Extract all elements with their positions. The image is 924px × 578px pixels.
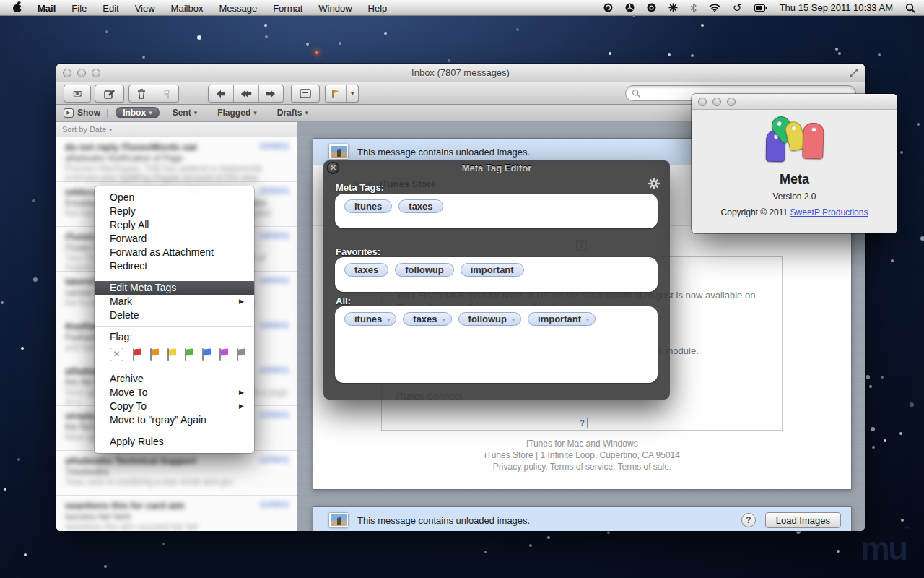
- wifi-icon[interactable]: [709, 0, 720, 16]
- delete-button[interactable]: [129, 85, 154, 102]
- flag-swatch-1[interactable]: [149, 348, 160, 361]
- status-icon-snowflake[interactable]: [668, 0, 678, 16]
- status-icon-swirl[interactable]: [603, 0, 613, 16]
- get-mail-button[interactable]: ✉: [64, 85, 91, 103]
- menubar-item-mail[interactable]: Mail: [30, 0, 64, 16]
- banner-text: This message contains unloaded images.: [357, 515, 530, 526]
- bluetooth-icon[interactable]: [690, 0, 697, 16]
- context-item-redirect[interactable]: Redirect: [95, 259, 254, 273]
- minimize-window-button[interactable]: [712, 98, 721, 106]
- tag-pill-itunes[interactable]: itunes▾: [344, 312, 396, 326]
- sort-control[interactable]: Sort by Date ▾: [56, 122, 297, 137]
- flag-swatch-6[interactable]: [236, 348, 246, 361]
- list-item[interactable]: do not reply iTunesWords oat15/09/11alfa…: [56, 137, 297, 182]
- flag-swatch-0[interactable]: [132, 348, 142, 361]
- flag-button[interactable]: [326, 85, 346, 102]
- close-window-button[interactable]: [63, 69, 71, 77]
- battery-icon[interactable]: [754, 0, 767, 16]
- fullscreen-icon[interactable]: [849, 68, 859, 81]
- context-item-move-to-rgray-again[interactable]: Move to “rgray” Again: [95, 413, 254, 427]
- flag-swatch-4[interactable]: [201, 348, 212, 361]
- context-item-move-to[interactable]: Move To▶: [95, 386, 254, 400]
- meta-tag-editor-panel: ✕ Meta Tag Editor Meta Tags:itunestaxesF…: [323, 160, 670, 400]
- context-item-label: Reply: [110, 204, 244, 218]
- time-machine-icon[interactable]: ↺: [733, 0, 742, 16]
- envelope-icon: ✉: [73, 88, 82, 99]
- sweetp-link[interactable]: SweetP Productions: [790, 207, 868, 217]
- about-titlebar[interactable]: [692, 94, 897, 110]
- context-item-apply-rules[interactable]: Apply Rules: [95, 435, 254, 449]
- context-item-reply-all[interactable]: Reply All: [95, 218, 254, 232]
- archive-button[interactable]: [291, 85, 320, 103]
- gear-icon[interactable]: [648, 178, 660, 192]
- menu-bar-clock[interactable]: Thu 15 Sep 2011 10:33 AM: [780, 2, 893, 13]
- panel-title: Meta Tag Editor: [323, 163, 670, 173]
- tag-pill-followup[interactable]: followup: [395, 263, 453, 277]
- menubar-item-format[interactable]: Format: [265, 0, 310, 16]
- context-item-open[interactable]: Open: [95, 191, 254, 204]
- menubar-item-view[interactable]: View: [127, 0, 163, 16]
- junk-button[interactable]: ☟: [154, 85, 178, 102]
- flag-dropdown-button[interactable]: ▼: [346, 85, 358, 102]
- show-label[interactable]: Show: [77, 108, 100, 118]
- menubar-item-message[interactable]: Message: [211, 0, 265, 16]
- context-item-edit-meta-tags[interactable]: Edit Meta Tags: [95, 281, 254, 295]
- minimize-window-button[interactable]: [77, 69, 86, 77]
- filter-tab-sent[interactable]: Sent▾: [165, 107, 205, 118]
- list-item[interactable]: seantions this for card aim11/09/11succe…: [56, 496, 297, 531]
- tag-pill-important[interactable]: important▾: [528, 312, 596, 326]
- context-item-reply[interactable]: Reply: [95, 204, 254, 218]
- apple-menu[interactable]: [9, 0, 30, 16]
- menubar-item-window[interactable]: Window: [310, 0, 359, 16]
- context-item-forward-as-attachment[interactable]: Forward as Attachment: [95, 246, 254, 259]
- menubar-item-file[interactable]: File: [64, 0, 95, 16]
- context-item-mark[interactable]: Mark▶: [95, 295, 254, 309]
- list-item-sender: seantions this for card aim: [65, 500, 184, 511]
- clear-flag-button[interactable]: ✕: [110, 348, 123, 361]
- load-images-button[interactable]: Load Images: [765, 512, 841, 528]
- tag-pill-taxes[interactable]: taxes: [398, 199, 443, 213]
- reply-button[interactable]: [209, 85, 233, 102]
- chevron-down-icon: ▾: [194, 109, 198, 116]
- status-icon-shutter[interactable]: [625, 0, 635, 16]
- context-item-label: Move to “rgray” Again: [110, 413, 244, 427]
- list-item-date: 12/09/11: [259, 455, 289, 466]
- spotlight-icon[interactable]: [905, 0, 915, 16]
- flag-icon: [204, 348, 211, 355]
- list-item[interactable]: alfadwaiks Technical Support12/09/11Tida…: [56, 451, 297, 496]
- tag-pill-taxes[interactable]: taxes: [344, 263, 388, 277]
- list-item-subject: alfadwaiks Notification of Page: [65, 153, 289, 163]
- compose-button[interactable]: [95, 85, 124, 103]
- menubar-item-help[interactable]: Help: [360, 0, 396, 16]
- tag-pill-important[interactable]: important: [461, 263, 524, 277]
- zoom-window-button[interactable]: [92, 69, 100, 77]
- context-item-label: Archive: [110, 372, 244, 386]
- flag-swatch-3[interactable]: [184, 348, 194, 361]
- context-item-forward[interactable]: Forward: [95, 232, 254, 246]
- close-window-button[interactable]: [698, 98, 707, 106]
- context-item-label: Forward: [110, 232, 244, 246]
- tag-pill-itunes[interactable]: itunes: [344, 199, 392, 213]
- filter-tab-inbox[interactable]: Inbox▾: [116, 107, 160, 118]
- reply-all-button[interactable]: [233, 85, 258, 102]
- tag-pill-taxes[interactable]: taxes▾: [403, 312, 451, 326]
- archive-box-icon: [300, 89, 311, 98]
- menubar-item-edit[interactable]: Edit: [95, 0, 126, 16]
- forward-button[interactable]: [258, 85, 283, 102]
- help-button[interactable]: ?: [741, 513, 756, 527]
- flag-swatch-5[interactable]: [219, 348, 229, 361]
- zoom-window-button[interactable]: [727, 98, 736, 106]
- tag-pill-followup[interactable]: followup▾: [458, 312, 521, 326]
- context-item-delete[interactable]: Delete: [95, 309, 254, 322]
- context-item-copy-to[interactable]: Copy To▶: [95, 400, 254, 413]
- flag-swatch-2[interactable]: [167, 348, 177, 361]
- filter-tab-flagged[interactable]: Flagged▾: [210, 107, 264, 118]
- mail-titlebar[interactable]: Inbox (7807 messages): [56, 64, 865, 82]
- menubar-item-mailbox[interactable]: Mailbox: [163, 0, 212, 16]
- filter-tab-drafts[interactable]: Drafts▾: [270, 107, 315, 118]
- context-item-label: Reply All: [110, 218, 244, 232]
- context-item-archive[interactable]: Archive: [95, 372, 254, 386]
- status-icon-gear[interactable]: [647, 0, 656, 16]
- flag-icon: [331, 89, 340, 99]
- context-item-label: Forward as Attachment: [110, 246, 244, 259]
